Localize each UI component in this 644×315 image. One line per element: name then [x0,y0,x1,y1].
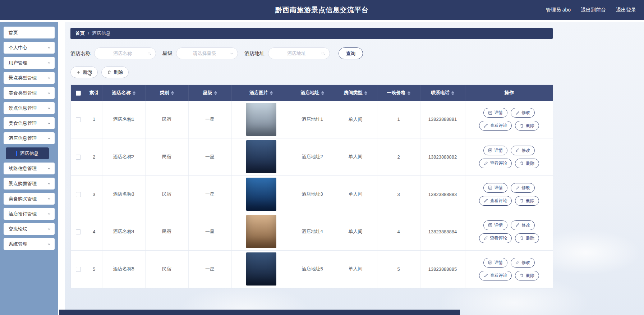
detail-button[interactable]: 详情 [483,183,507,193]
breadcrumb-separator: / [88,31,89,36]
hotel-name-input[interactable] [100,51,145,56]
add-button[interactable]: 新增 [70,67,98,78]
row-delete-button[interactable]: 删除 [515,196,539,206]
column-header-room_type[interactable]: 房间类型 [334,85,377,101]
cell-room-type: 单人间 [334,250,377,288]
pencil-icon [515,148,520,152]
sidebar-item-home[interactable]: 首页 [4,27,55,38]
cell-price: 1 [377,101,420,138]
sidebar-item-user-management[interactable]: 用户管理 [4,57,55,69]
hotel-image[interactable] [246,215,276,248]
header-checkbox-cell [71,85,86,101]
column-header-address[interactable]: 酒店地址 [291,85,334,101]
sidebar-item-system-management[interactable]: 系统管理 [4,238,55,250]
row-delete-button[interactable]: 删除 [515,233,539,243]
hotel-address-input[interactable] [274,51,319,56]
sidebar-item-personal-center[interactable]: 个人中心 [4,42,55,54]
admin-user-label: 管理员 abo [546,7,571,13]
view-comments-button[interactable]: 查看评论 [479,271,512,280]
row-checkbox[interactable] [76,117,81,122]
hotel-image[interactable] [246,252,276,286]
sort-icon[interactable] [133,91,135,95]
detail-button[interactable]: 详情 [483,108,507,118]
cell-address: 酒店地址5 [291,250,334,288]
star-select[interactable]: 请选择星级 [176,47,238,59]
row-checkbox[interactable] [76,155,81,160]
select-all-checkbox[interactable] [76,91,81,96]
cell-hotel-name: 酒店名称2 [102,138,145,175]
sidebar-item-food-purchase-management[interactable]: 美食购买管理 [4,193,55,205]
trash-icon [520,198,524,203]
cell-image [231,250,291,288]
hotel-image[interactable] [246,178,276,211]
sidebar-item-food-info-management[interactable]: 美食信息管理 [4,117,55,129]
row-checkbox[interactable] [76,192,81,197]
sort-icon[interactable] [408,91,410,95]
logout-link[interactable]: 退出登录 [616,7,636,13]
document-icon [488,111,492,115]
detail-button[interactable]: 详情 [483,220,507,230]
column-header-category[interactable]: 类别 [145,85,188,101]
view-comments-button[interactable]: 查看评论 [479,233,512,243]
row-delete-button[interactable]: 删除 [515,159,539,168]
toolbar: 新增 删除 [70,67,553,78]
sidebar-item-hotel-info-management[interactable]: 酒店信息管理 [4,132,55,144]
cell-index: 4 [86,213,102,250]
sidebar-item-food-type-management[interactable]: 美食类型管理 [4,87,55,99]
column-header-image[interactable]: 酒店图片 [231,85,291,101]
detail-button[interactable]: 详情 [483,146,507,155]
cell-star: 一星 [188,138,231,175]
chevron-down-icon [47,197,51,201]
cell-star: 一星 [188,175,231,213]
sidebar-item-attraction-type-management[interactable]: 景点类型管理 [4,72,55,84]
table-row: 1 酒店名称1 民宿 一星 酒店地址1 单人间 1 13823888881 详情… [71,101,553,138]
column-header-star[interactable]: 星级 [188,85,231,101]
edit-button[interactable]: 修改 [511,146,535,155]
hotel-image[interactable] [246,140,276,173]
chevron-down-icon [47,166,51,170]
cell-actions: 详情 修改 查看评论 删除 [465,138,553,175]
view-comments-button[interactable]: 查看评论 [479,121,512,131]
chevron-down-icon [47,76,51,80]
delete-button[interactable]: 删除 [101,67,129,78]
exit-to-front-link[interactable]: 退出到前台 [581,7,606,13]
document-icon [488,148,492,152]
row-checkbox[interactable] [76,267,81,272]
trash-icon [520,273,524,278]
sort-icon[interactable] [451,91,454,95]
query-button[interactable]: 查询 [339,47,363,59]
sidebar-subitem-hotel-info[interactable]: 酒店信息 [6,147,49,159]
sidebar-item-attraction-info-management[interactable]: 景点信息管理 [4,102,55,114]
sidebar-item-hotel-booking-management[interactable]: 酒店预订管理 [4,208,55,220]
cell-room-type: 单人间 [334,175,377,213]
row-delete-button[interactable]: 删除 [515,121,539,131]
sort-icon[interactable] [364,91,367,95]
sort-icon[interactable] [214,91,217,95]
column-header-phone[interactable]: 联系电话 [420,85,465,101]
edit-button[interactable]: 修改 [511,220,535,230]
cell-image [231,138,291,175]
chevron-down-icon [47,242,51,246]
view-comments-button[interactable]: 查看评论 [479,159,512,168]
trash-icon [520,124,524,128]
column-header-name[interactable]: 酒店名称 [102,85,145,101]
detail-button[interactable]: 详情 [483,258,507,268]
star-select-placeholder: 请选择星级 [182,50,227,57]
sidebar-item-route-info-management[interactable]: 线路信息管理 [4,163,55,174]
row-delete-button[interactable]: 删除 [515,271,539,280]
edit-button[interactable]: 修改 [511,183,535,193]
sort-icon[interactable] [321,91,324,95]
row-checkbox[interactable] [76,229,81,234]
column-header-index: 索引 [86,85,102,101]
sidebar-item-ticket-purchase-management[interactable]: 景点购票管理 [4,178,55,190]
hotel-image[interactable] [246,103,276,136]
edit-button[interactable]: 修改 [511,108,535,118]
view-comments-button[interactable]: 查看评论 [479,196,512,206]
column-header-price[interactable]: 一晚价格 [377,85,420,101]
sidebar-item-forum[interactable]: 交流论坛 [4,223,55,235]
app-header: 黔西南旅游景点信息交流平台 管理员 abo 退出到前台 退出登录 [0,0,644,20]
sort-icon[interactable] [270,91,273,95]
breadcrumb-home[interactable]: 首页 [75,30,85,37]
sort-icon[interactable] [171,91,174,95]
edit-button[interactable]: 修改 [511,258,535,268]
